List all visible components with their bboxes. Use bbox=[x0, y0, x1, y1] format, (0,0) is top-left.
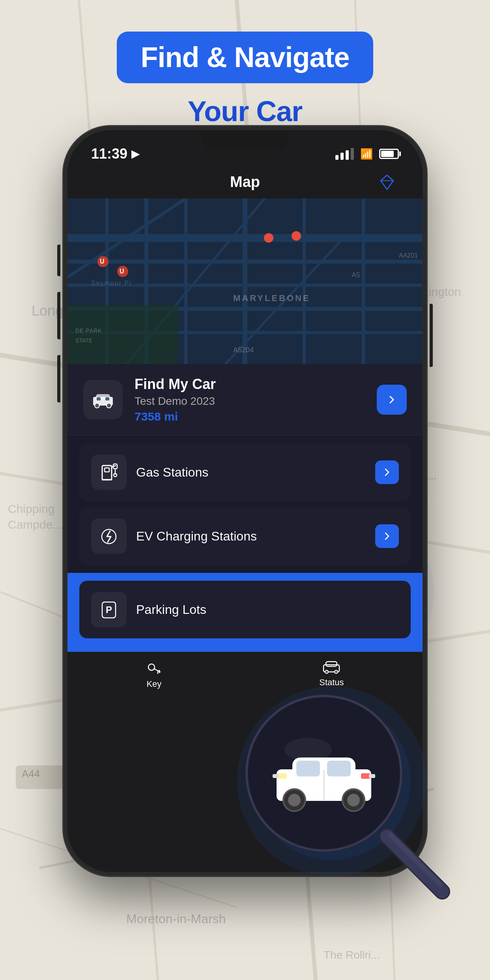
app-header-title: Map bbox=[230, 174, 260, 191]
svg-point-84 bbox=[335, 670, 338, 673]
battery-icon bbox=[379, 149, 399, 159]
key-icon bbox=[146, 660, 162, 676]
svg-text:STATE: STATE bbox=[75, 337, 92, 344]
time-display: 11:39 bbox=[91, 146, 127, 162]
parking-icon-box: P bbox=[91, 592, 127, 627]
svg-line-29 bbox=[387, 175, 393, 181]
location-arrow-icon: ▶ bbox=[131, 148, 139, 160]
svg-point-83 bbox=[325, 670, 328, 673]
menu-section: Gas Stations EV Charg bbox=[67, 436, 423, 573]
signal-bar-1 bbox=[335, 155, 339, 160]
hero-subtitle: Your Car bbox=[188, 95, 303, 127]
signal-bar-3 bbox=[346, 150, 349, 160]
svg-rect-65 bbox=[97, 397, 101, 400]
phone-volume-up-button bbox=[57, 292, 60, 339]
svg-text:Chipping: Chipping bbox=[8, 502, 54, 515]
svg-text:U: U bbox=[100, 258, 105, 265]
ev-charging-item[interactable]: EV Charging Stations bbox=[79, 507, 411, 565]
svg-line-28 bbox=[381, 175, 387, 181]
svg-text:A5204: A5204 bbox=[233, 346, 254, 354]
ev-charging-label: EV Charging Stations bbox=[136, 529, 366, 544]
svg-point-59 bbox=[264, 233, 273, 243]
svg-rect-103 bbox=[369, 774, 375, 778]
svg-rect-82 bbox=[326, 662, 337, 666]
find-my-car-subtitle: Test Demo 2023 bbox=[135, 395, 365, 408]
signal-bar-2 bbox=[340, 153, 344, 160]
phone-power-button bbox=[430, 304, 433, 367]
svg-point-60 bbox=[292, 231, 301, 241]
svg-point-77 bbox=[148, 664, 155, 670]
svg-text:The Rollri...: The Rollri... bbox=[324, 949, 380, 961]
svg-rect-68 bbox=[105, 468, 109, 472]
phone-mockup: 11:39 ▶ 📶 bbox=[64, 126, 426, 876]
svg-rect-102 bbox=[273, 774, 279, 778]
gas-stations-arrow-button[interactable] bbox=[375, 460, 399, 484]
gas-stations-label: Gas Stations bbox=[136, 465, 366, 480]
svg-line-31 bbox=[387, 181, 393, 189]
svg-text:DE PARK: DE PARK bbox=[75, 327, 102, 334]
hero-section: Find & Navigate Your Car bbox=[0, 0, 490, 127]
phone-silent-button bbox=[57, 245, 60, 276]
svg-text:MARYLEBONE: MARYLEBONE bbox=[233, 293, 310, 303]
parking-lots-item[interactable]: P Parking Lots bbox=[79, 581, 411, 638]
car-status-icon bbox=[323, 660, 340, 674]
gas-stations-item[interactable]: Gas Stations bbox=[79, 443, 411, 501]
phone-volume-down-button bbox=[57, 355, 60, 402]
phone-notch bbox=[202, 130, 288, 150]
battery-fill bbox=[381, 151, 394, 157]
svg-point-63 bbox=[95, 403, 99, 408]
svg-line-106 bbox=[390, 834, 440, 885]
svg-rect-94 bbox=[327, 761, 351, 776]
wifi-icon: 📶 bbox=[360, 148, 373, 160]
svg-point-96 bbox=[288, 794, 301, 806]
svg-text:P: P bbox=[106, 604, 112, 615]
svg-rect-47 bbox=[67, 305, 178, 364]
svg-text:Campde...: Campde... bbox=[8, 518, 62, 531]
svg-text:Moreton-in-Marsh: Moreton-in-Marsh bbox=[126, 912, 226, 926]
tab-key[interactable]: Key bbox=[146, 660, 162, 689]
signal-bars-icon bbox=[335, 148, 354, 160]
signal-bar-4 bbox=[351, 148, 354, 160]
svg-text:A44: A44 bbox=[22, 768, 40, 780]
parking-lots-label: Parking Lots bbox=[136, 602, 399, 617]
hero-badge: Find & Navigate bbox=[117, 32, 373, 83]
map-content: MARYLEBONE Seymour Pl A5204 A5 DE PARK S… bbox=[67, 198, 423, 364]
svg-text:A5: A5 bbox=[352, 271, 360, 279]
diamond-icon[interactable] bbox=[375, 170, 399, 194]
gas-station-icon-box bbox=[91, 454, 127, 490]
find-my-car-info: Find My Car Test Demo 2023 7358 mi bbox=[135, 376, 365, 423]
svg-text:U: U bbox=[120, 268, 124, 275]
tab-key-label: Key bbox=[146, 679, 161, 689]
svg-point-72 bbox=[114, 473, 117, 477]
find-my-car-arrow-button[interactable] bbox=[377, 385, 407, 415]
svg-rect-93 bbox=[296, 761, 320, 776]
hero-badge-text: Find & Navigate bbox=[140, 42, 349, 73]
map-display[interactable]: MARYLEBONE Seymour Pl A5204 A5 DE PARK S… bbox=[67, 198, 423, 364]
svg-point-98 bbox=[347, 794, 360, 806]
svg-point-64 bbox=[107, 403, 111, 408]
status-icons: 📶 bbox=[335, 148, 399, 160]
status-time: 11:39 ▶ bbox=[91, 146, 139, 162]
find-my-car-title: Find My Car bbox=[135, 376, 365, 393]
car-icon-box bbox=[83, 380, 123, 419]
ev-charging-arrow-button[interactable] bbox=[375, 524, 399, 548]
ev-charging-icon-box bbox=[91, 518, 127, 554]
magnifier-decoration bbox=[229, 679, 458, 907]
svg-marker-26 bbox=[381, 175, 393, 189]
svg-line-30 bbox=[381, 181, 387, 189]
svg-text:AA201: AA201 bbox=[399, 252, 418, 259]
svg-rect-66 bbox=[105, 397, 109, 400]
svg-line-105 bbox=[387, 836, 442, 892]
find-my-car-card[interactable]: Find My Car Test Demo 2023 7358 mi bbox=[67, 364, 423, 436]
blue-section: P Parking Lots bbox=[67, 573, 423, 652]
find-my-car-distance: 7358 mi bbox=[135, 410, 365, 423]
svg-text:Seymour Pl: Seymour Pl bbox=[91, 280, 132, 286]
app-header: Map bbox=[67, 170, 423, 198]
